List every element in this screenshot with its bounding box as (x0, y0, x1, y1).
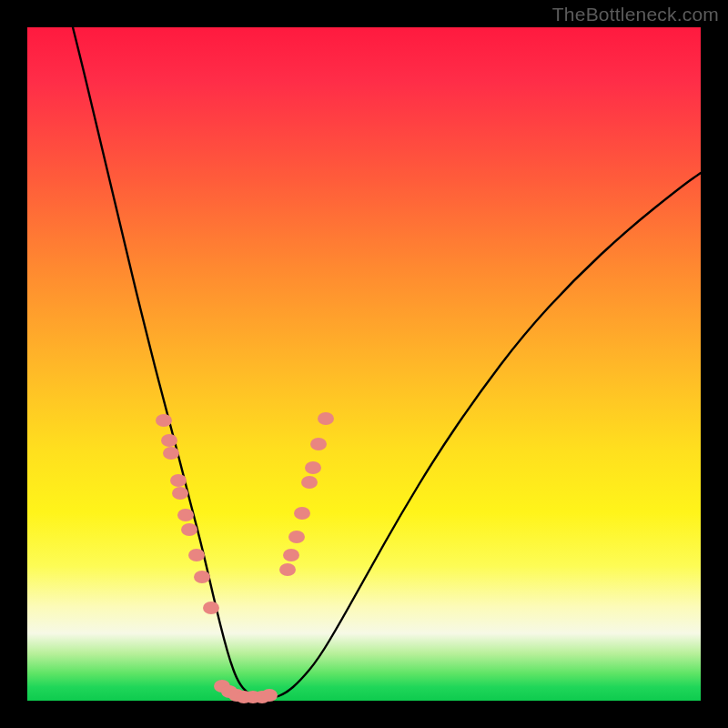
curve-marker (318, 412, 334, 425)
curve-marker (170, 474, 187, 487)
chart-svg (27, 27, 701, 701)
curve-marker (177, 509, 194, 521)
chart-frame: TheBottleneck.com (0, 0, 728, 728)
curve-marker (156, 414, 172, 427)
curve-marker (172, 487, 188, 500)
curve-marker (283, 549, 299, 561)
curve-marker (288, 531, 305, 543)
curve-markers (156, 412, 334, 703)
curve-marker (163, 447, 179, 460)
watermark-text: TheBottleneck.com (552, 4, 719, 25)
curve-marker (194, 571, 210, 583)
curve-marker (181, 523, 197, 536)
curve-marker (294, 507, 310, 520)
curve-marker (279, 563, 296, 576)
curve-marker (203, 602, 219, 614)
plot-area (27, 27, 701, 701)
curve-marker (188, 549, 205, 561)
bottleneck-curve (73, 27, 701, 699)
curve-marker (161, 434, 177, 447)
curve-marker (261, 689, 278, 702)
curve-marker (301, 476, 318, 489)
curve-marker (305, 461, 321, 474)
curve-marker (310, 438, 327, 450)
